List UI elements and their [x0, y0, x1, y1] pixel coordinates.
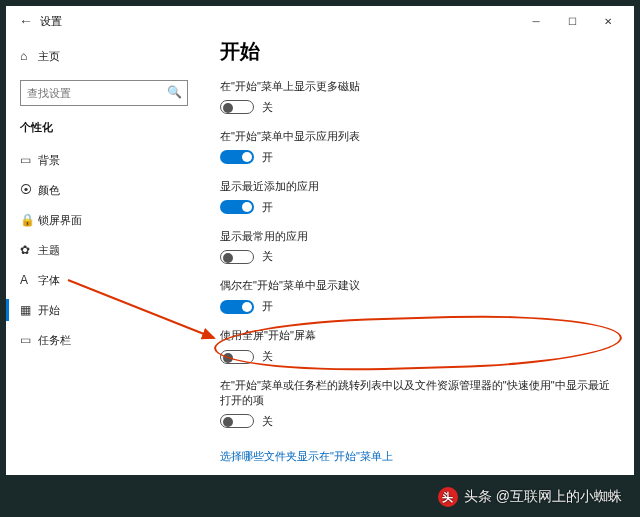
toggle-switch[interactable]: [220, 250, 254, 264]
toggle-switch[interactable]: [220, 350, 254, 364]
sidebar-item-3[interactable]: ✿主题: [20, 235, 188, 265]
toggle-status: 开: [262, 150, 273, 165]
choose-folders-link[interactable]: 选择哪些文件夹显示在"开始"菜单上: [220, 449, 393, 464]
toggle-row: 关: [220, 100, 614, 115]
toggle-row: 开: [220, 200, 614, 215]
nav-label: 开始: [38, 303, 60, 318]
sidebar-item-1[interactable]: ⦿颜色: [20, 175, 188, 205]
setting-5: 使用全屏"开始"屏幕关: [220, 328, 614, 364]
nav-label: 字体: [38, 273, 60, 288]
toggle-switch[interactable]: [220, 200, 254, 214]
home-label: 主页: [38, 49, 60, 64]
toggle-switch[interactable]: [220, 414, 254, 428]
sidebar-item-5[interactable]: ▦开始: [20, 295, 188, 325]
home-item[interactable]: ⌂ 主页: [20, 42, 188, 70]
sidebar-item-6[interactable]: ▭任务栏: [20, 325, 188, 355]
close-button[interactable]: ✕: [590, 7, 626, 35]
window-title: 设置: [40, 14, 62, 29]
home-icon: ⌂: [20, 49, 38, 63]
setting-label: 使用全屏"开始"屏幕: [220, 328, 614, 343]
toggle-row: 关: [220, 414, 614, 429]
watermark-logo: 头: [438, 487, 458, 507]
settings-list: 在"开始"菜单上显示更多磁贴关在"开始"菜单中显示应用列表开显示最近添加的应用开…: [220, 79, 614, 429]
toggle-status: 关: [262, 349, 273, 364]
watermark: 头 头条 @互联网上的小蜘蛛: [438, 487, 622, 507]
nav-label: 锁屏界面: [38, 213, 82, 228]
section-title: 个性化: [20, 120, 188, 135]
setting-1: 在"开始"菜单中显示应用列表开: [220, 129, 614, 165]
search-icon: 🔍: [167, 85, 182, 99]
toggle-switch[interactable]: [220, 100, 254, 114]
toggle-row: 关: [220, 349, 614, 364]
nav-label: 主题: [38, 243, 60, 258]
sidebar: ⌂ 主页 🔍 个性化 ▭背景⦿颜色🔒锁屏界面✿主题A字体▦开始▭任务栏: [6, 36, 198, 475]
nav-icon: 🔒: [20, 213, 38, 227]
setting-label: 在"开始"菜单中显示应用列表: [220, 129, 614, 144]
settings-window: ← 设置 ─ ☐ ✕ ⌂ 主页 🔍 个性化 ▭背景⦿颜色🔒锁屏界面✿主题A字体▦…: [6, 6, 634, 475]
sidebar-item-0[interactable]: ▭背景: [20, 145, 188, 175]
setting-4: 偶尔在"开始"菜单中显示建议开: [220, 278, 614, 314]
page-title: 开始: [220, 38, 614, 65]
minimize-button[interactable]: ─: [518, 7, 554, 35]
toggle-status: 关: [262, 249, 273, 264]
toggle-row: 开: [220, 150, 614, 165]
setting-label: 在"开始"菜单或任务栏的跳转列表中以及文件资源管理器的"快速使用"中显示最近打开…: [220, 378, 614, 408]
nav-icon: ✿: [20, 243, 38, 257]
toggle-switch[interactable]: [220, 150, 254, 164]
setting-3: 显示最常用的应用关: [220, 229, 614, 265]
toggle-status: 关: [262, 100, 273, 115]
toggle-row: 关: [220, 249, 614, 264]
setting-label: 显示最近添加的应用: [220, 179, 614, 194]
setting-label: 显示最常用的应用: [220, 229, 614, 244]
setting-label: 在"开始"菜单上显示更多磁贴: [220, 79, 614, 94]
watermark-text: 头条 @互联网上的小蜘蛛: [464, 488, 622, 506]
toggle-status: 开: [262, 299, 273, 314]
toggle-status: 开: [262, 200, 273, 215]
sidebar-item-4[interactable]: A字体: [20, 265, 188, 295]
back-button[interactable]: ←: [14, 13, 38, 29]
search-box[interactable]: 🔍: [20, 80, 188, 106]
nav-list: ▭背景⦿颜色🔒锁屏界面✿主题A字体▦开始▭任务栏: [20, 145, 188, 355]
window-body: ⌂ 主页 🔍 个性化 ▭背景⦿颜色🔒锁屏界面✿主题A字体▦开始▭任务栏 开始 在…: [6, 36, 634, 475]
setting-label: 偶尔在"开始"菜单中显示建议: [220, 278, 614, 293]
window-buttons: ─ ☐ ✕: [518, 7, 626, 35]
titlebar: ← 设置 ─ ☐ ✕: [6, 6, 634, 36]
content-pane: 开始 在"开始"菜单上显示更多磁贴关在"开始"菜单中显示应用列表开显示最近添加的…: [198, 36, 634, 475]
toggle-row: 开: [220, 299, 614, 314]
nav-icon: A: [20, 273, 38, 287]
nav-icon: ⦿: [20, 183, 38, 197]
setting-2: 显示最近添加的应用开: [220, 179, 614, 215]
nav-icon: ▭: [20, 153, 38, 167]
setting-0: 在"开始"菜单上显示更多磁贴关: [220, 79, 614, 115]
nav-icon: ▦: [20, 303, 38, 317]
toggle-status: 关: [262, 414, 273, 429]
maximize-button[interactable]: ☐: [554, 7, 590, 35]
search-input[interactable]: [20, 80, 188, 106]
nav-label: 颜色: [38, 183, 60, 198]
nav-icon: ▭: [20, 333, 38, 347]
toggle-switch[interactable]: [220, 300, 254, 314]
nav-label: 背景: [38, 153, 60, 168]
setting-6: 在"开始"菜单或任务栏的跳转列表中以及文件资源管理器的"快速使用"中显示最近打开…: [220, 378, 614, 429]
sidebar-item-2[interactable]: 🔒锁屏界面: [20, 205, 188, 235]
nav-label: 任务栏: [38, 333, 71, 348]
